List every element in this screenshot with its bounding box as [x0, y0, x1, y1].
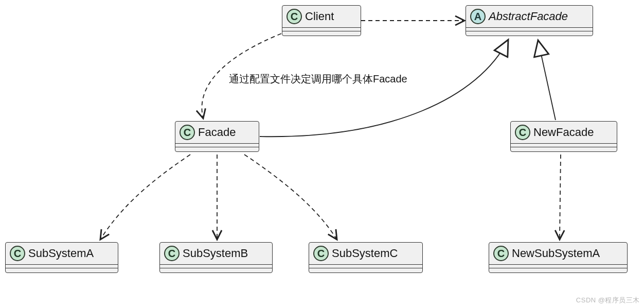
node-label: Client — [305, 10, 337, 23]
node-new-subsystem-a: C NewSubSystemA — [489, 242, 628, 273]
node-label: SubSystemB — [183, 247, 251, 260]
edge-annotation: 通过配置文件决定调用哪个具体Facade — [229, 72, 407, 86]
node-label: NewFacade — [533, 126, 597, 139]
node-label: AbstractFacade — [489, 10, 571, 23]
class-icon: C — [180, 125, 195, 140]
class-icon: C — [164, 246, 180, 261]
class-icon: C — [493, 246, 509, 261]
edge-facade-subsystemc — [244, 155, 337, 240]
node-subsystem-b: C SubSystemB — [159, 242, 273, 273]
node-label: SubSystemA — [28, 247, 97, 260]
class-icon: C — [313, 246, 329, 261]
class-icon: C — [287, 9, 302, 24]
node-abstract-facade: A AbstractFacade — [466, 5, 593, 36]
node-subsystem-c: C SubSystemC — [309, 242, 423, 273]
watermark: CSDN @程序员三木 — [576, 296, 640, 305]
edge-facade-abstractfacade — [260, 40, 508, 137]
edge-newfacade-newsubsystema — [560, 155, 561, 240]
class-icon: C — [515, 125, 530, 140]
class-icon: C — [10, 246, 25, 261]
node-label: Facade — [198, 126, 239, 139]
abstract-icon: A — [470, 9, 486, 24]
node-label: NewSubSystemA — [512, 247, 603, 260]
node-client: C Client — [282, 5, 361, 36]
node-subsystem-a: C SubSystemA — [5, 242, 118, 273]
edge-newfacade-abstractfacade — [538, 40, 556, 120]
node-facade: C Facade — [175, 121, 259, 152]
edge-facade-subsystema — [100, 155, 190, 240]
node-label: SubSystemC — [332, 247, 401, 260]
node-new-facade: C NewFacade — [510, 121, 617, 152]
